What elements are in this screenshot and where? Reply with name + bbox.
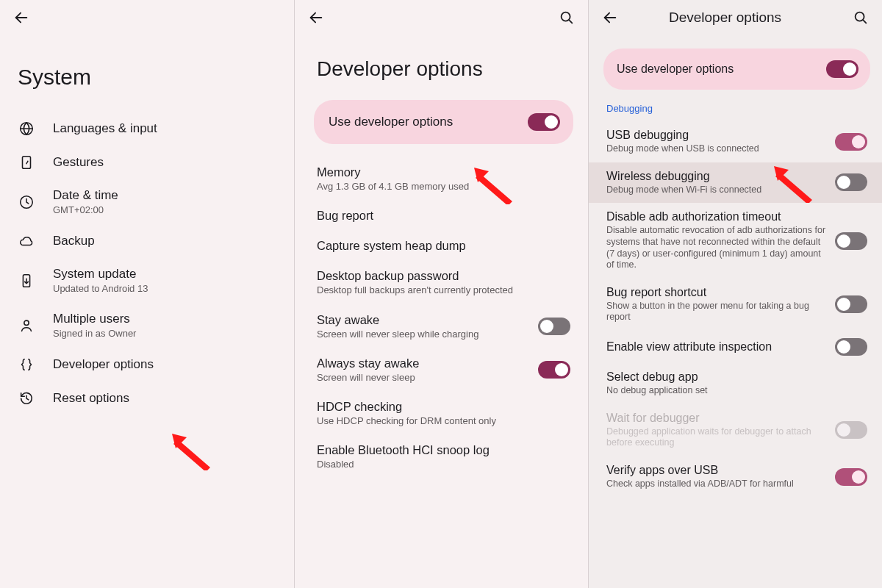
developer-options-panel: Developer options Use developer options …: [294, 0, 588, 588]
back-arrow-icon[interactable]: [308, 10, 324, 26]
row-title: Stay awake: [317, 313, 529, 327]
toggle[interactable]: [835, 295, 867, 313]
row-title: Wait for debugger: [606, 412, 826, 425]
row-title: Always stay awake: [317, 356, 529, 370]
search-icon[interactable]: [853, 10, 869, 26]
dev-row-stay-awake[interactable]: Stay awakeScreen will never sleep while …: [295, 305, 588, 348]
page-title: System: [0, 35, 294, 112]
use-developer-options-row[interactable]: Use developer options: [603, 49, 870, 90]
debug-row-disable-adb-authorization-timeout[interactable]: Disable adb authorization timeoutDisable…: [589, 203, 882, 279]
use-developer-options-label: Use developer options: [329, 115, 528, 129]
system-row-reset-options[interactable]: Reset options: [0, 381, 294, 415]
row-subtitle: No debug application set: [606, 385, 858, 397]
dev-row-enable-bluetooth-hci-snoop-log[interactable]: Enable Bluetooth HCI snoop logDisabled: [295, 435, 588, 478]
system-row-multiple-users[interactable]: Multiple usersSigned in as Owner: [0, 303, 294, 348]
row-subtitle: GMT+02:00: [53, 204, 279, 215]
debug-row-wait-for-debugger: Wait for debuggerDebugged application wa…: [589, 404, 882, 456]
debug-row-wireless-debugging[interactable]: Wireless debuggingDebug mode when Wi-Fi …: [589, 162, 882, 204]
row-text: Wireless debuggingDebug mode when Wi-Fi …: [606, 170, 835, 196]
use-developer-options-toggle[interactable]: [528, 113, 560, 131]
system-row-system-update[interactable]: System updateUpdated to Android 13: [0, 258, 294, 303]
topbar: Developer options: [589, 0, 882, 35]
row-text: Disable adb authorization timeoutDisable…: [606, 210, 835, 271]
row-text: Date & timeGMT+02:00: [53, 188, 279, 215]
dev-row-bug-report[interactable]: Bug report: [295, 201, 588, 231]
toggle[interactable]: [835, 421, 867, 439]
row-text: Stay awakeScreen will never sleep while …: [317, 313, 538, 340]
system-row-backup[interactable]: Backup: [0, 224, 294, 258]
row-title: Select debug app: [606, 370, 858, 384]
back-arrow-icon[interactable]: [13, 10, 29, 26]
row-text: Capture system heap dump: [317, 239, 570, 253]
debug-row-bug-report-shortcut[interactable]: Bug report shortcutShow a button in the …: [589, 279, 882, 331]
debug-row-enable-view-attribute-inspection[interactable]: Enable view attribute inspection: [589, 331, 882, 363]
row-text: System updateUpdated to Android 13: [53, 267, 279, 294]
topbar: [0, 0, 294, 35]
row-title: Languages & input: [53, 121, 279, 136]
row-subtitle: Screen will never sleep while charging: [317, 329, 529, 340]
globe-icon: [16, 121, 37, 137]
dev-row-desktop-backup-password[interactable]: Desktop backup passwordDesktop full back…: [295, 261, 588, 304]
cloud-icon: [16, 233, 37, 249]
toggle[interactable]: [835, 133, 867, 151]
row-title: Multiple users: [53, 312, 279, 326]
toggle[interactable]: [538, 318, 570, 335]
toggle[interactable]: [835, 232, 867, 250]
row-text: Languages & input: [53, 121, 279, 136]
dev-row-always-stay-awake[interactable]: Always stay awakeScreen will never sleep: [295, 348, 588, 392]
dev-row-memory[interactable]: MemoryAvg 1.3 GB of 4.1 GB memory used: [295, 157, 588, 201]
row-title: Date & time: [53, 188, 279, 203]
device-update-icon: [16, 273, 37, 289]
row-title: Backup: [53, 234, 279, 248]
row-subtitle: Debug mode when USB is connected: [606, 143, 826, 155]
toggle[interactable]: [835, 338, 867, 356]
row-title: Memory: [317, 165, 562, 179]
dev-row-capture-system-heap-dump[interactable]: Capture system heap dump: [295, 231, 588, 261]
system-row-date-time[interactable]: Date & timeGMT+02:00: [0, 179, 294, 224]
braces-icon: [16, 356, 37, 373]
debug-row-select-debug-app[interactable]: Select debug appNo debug application set: [589, 363, 882, 404]
row-title: Desktop backup password: [317, 269, 562, 283]
row-title: Wireless debugging: [606, 170, 826, 183]
row-title: Enable view attribute inspection: [606, 340, 826, 354]
toggle[interactable]: [538, 361, 570, 379]
use-developer-options-toggle[interactable]: [826, 60, 858, 78]
row-subtitle: Debugged application waits for debugger …: [606, 426, 826, 449]
debug-row-usb-debugging[interactable]: USB debuggingDebug mode when USB is conn…: [589, 121, 882, 162]
row-text: Enable Bluetooth HCI snoop logDisabled: [317, 443, 570, 470]
system-row-languages-input[interactable]: Languages & input: [0, 112, 294, 146]
system-row-developer-options[interactable]: Developer options: [0, 348, 294, 381]
row-text: Select debug appNo debug application set: [606, 370, 867, 397]
back-arrow-icon[interactable]: [602, 10, 618, 26]
dev-row-hdcp-checking[interactable]: HDCP checkingUse HDCP checking for DRM c…: [295, 392, 588, 435]
topbar: [295, 0, 588, 35]
row-text: Multiple usersSigned in as Owner: [53, 312, 279, 339]
row-text: Enable view attribute inspection: [606, 340, 835, 354]
row-subtitle: Updated to Android 13: [53, 283, 279, 294]
row-text: Wait for debuggerDebugged application wa…: [606, 412, 835, 449]
system-row-gestures[interactable]: Gestures: [0, 146, 294, 179]
debug-row-verify-apps-over-usb[interactable]: Verify apps over USBCheck apps installed…: [589, 456, 882, 498]
search-icon[interactable]: [559, 10, 575, 26]
annotation-arrow-icon: [171, 432, 215, 470]
svg-point-4: [24, 320, 29, 325]
dev-options-list: MemoryAvg 1.3 GB of 4.1 GB memory usedBu…: [295, 157, 588, 479]
row-title: Bug report shortcut: [606, 286, 826, 299]
row-title: Disable adb authorization timeout: [606, 210, 826, 223]
person-icon: [16, 318, 37, 334]
system-list: Languages & inputGesturesDate & timeGMT+…: [0, 112, 294, 415]
gesture-icon: [16, 154, 37, 171]
toggle[interactable]: [835, 173, 867, 191]
row-subtitle: Debug mode when Wi-Fi is connected: [606, 184, 826, 196]
row-subtitle: Disabled: [317, 459, 562, 470]
row-title: System update: [53, 267, 279, 282]
row-title: Bug report: [317, 209, 562, 223]
row-subtitle: Avg 1.3 GB of 4.1 GB memory used: [317, 181, 562, 193]
row-text: Gestures: [53, 155, 279, 170]
use-developer-options-row[interactable]: Use developer options: [314, 100, 573, 144]
row-text: MemoryAvg 1.3 GB of 4.1 GB memory used: [317, 165, 570, 193]
toggle[interactable]: [835, 468, 867, 486]
row-subtitle: Desktop full backups aren't currently pr…: [317, 284, 562, 296]
svg-marker-5: [172, 434, 187, 448]
row-title: HDCP checking: [317, 400, 562, 414]
